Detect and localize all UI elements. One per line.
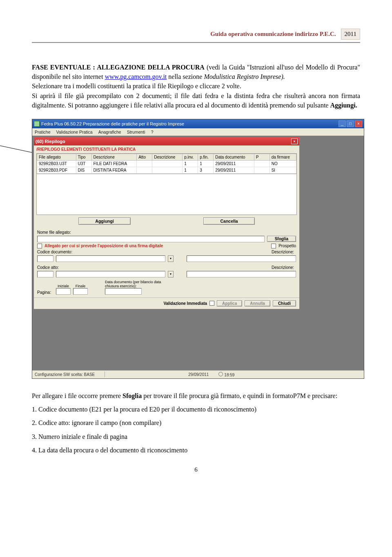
list-item-3: 3. Numero iniziale e finale di pagina	[32, 432, 360, 441]
codice-doc-input[interactable]	[37, 255, 53, 262]
descr-input[interactable]	[187, 255, 296, 262]
aggiungi-word: Aggiungi.	[330, 102, 357, 109]
codice-doc-label: Codice documento:	[37, 250, 73, 254]
finale-label: Finale	[76, 284, 86, 288]
table-empty-space	[36, 174, 297, 215]
cell	[137, 160, 152, 167]
col-atto[interactable]: Atto	[137, 154, 152, 160]
col-pfin[interactable]: p.fin.	[198, 154, 214, 160]
pagina-finale-input[interactable]	[73, 288, 88, 295]
page-number: 6	[32, 466, 360, 473]
cell: 1	[183, 160, 198, 167]
prospetto-label: Prospetto	[278, 244, 296, 248]
sfoglia-button[interactable]: Sfoglia	[267, 236, 296, 242]
codice-atto-input[interactable]	[37, 271, 53, 277]
cell	[152, 160, 183, 167]
list-item-1: 1. Codice documento (E21 per la procura …	[32, 405, 360, 414]
firma-checkbox[interactable]	[37, 244, 42, 248]
menubar: Pratiche Validazione Pratica Anagrafiche…	[32, 128, 364, 136]
link-pgcamcom[interactable]: www.pg.camcom.gov.it	[105, 73, 167, 80]
menu-anagrafiche[interactable]: Anagrafiche	[98, 130, 121, 134]
col-file[interactable]: File allegato	[37, 154, 76, 160]
app-icon	[34, 121, 40, 127]
nome-file-input[interactable]	[37, 236, 265, 242]
status-config: Configurazione SW scelta: BASE	[35, 372, 95, 377]
cell	[254, 167, 270, 173]
lead-text: FASE EVENTUALE : ALLEGAZIONE DELLA PROCU…	[32, 64, 205, 71]
page-header: Guida operativa comunicazione indirizzo …	[32, 29, 360, 43]
below-paragraphs: Per allegare i file occorre premere Sfog…	[32, 391, 360, 455]
col-data[interactable]: Data documento	[214, 154, 254, 160]
annulla-button[interactable]: Annulla	[245, 300, 270, 306]
menu-validazione[interactable]: Validazione Pratica	[56, 130, 93, 134]
riepilogo-window: (60) Riepilogo × /RIEPILOGO ELEMENTI COS…	[34, 137, 299, 309]
pagina-label: Pagina:	[37, 290, 53, 295]
table-row[interactable]: 929R2B03.U3T U3T FILE DATI FEDRA 1 1 29/…	[37, 160, 296, 167]
nome-file-label: Nome file allegato:	[37, 230, 73, 235]
codice-atto-descr-input[interactable]	[56, 271, 165, 277]
cell: U3T	[76, 160, 91, 167]
col-p[interactable]: P	[254, 154, 270, 160]
codice-doc-descr-input[interactable]	[56, 255, 165, 262]
codice-atto-label: Codice atto:	[37, 265, 73, 270]
inner-title: (60) Riepilogo	[36, 139, 65, 144]
menu-strumenti[interactable]: Strumenti	[127, 130, 145, 134]
descr2-label: Descrizione:	[272, 265, 296, 270]
aggiungi-button[interactable]: Aggiungi	[78, 217, 131, 225]
col-firm[interactable]: da firmare	[270, 154, 296, 160]
file-table: File allegato Tipo Descrizione Atto Desc…	[36, 153, 297, 174]
iniziale-label: Iniziale	[58, 284, 69, 288]
chiudi-button[interactable]: Chiudi	[273, 300, 296, 306]
cell: DISTINTA FEDRA	[91, 167, 137, 173]
section-label: /RIEPILOGO ELEMENTI COSTITUENTI LA PRATI…	[34, 145, 299, 153]
menu-pratiche[interactable]: Pratiche	[35, 130, 51, 134]
maximize-button[interactable]: □	[347, 121, 354, 127]
intro-rest: Selezionare tra i modelli costituenti la…	[32, 81, 360, 91]
firma-label: Allegato per cui si prevede l'apposizion…	[45, 244, 163, 248]
below-p1a: Per allegare i file occorre premere	[32, 392, 122, 399]
app-titlebar: Fedra Plus 06.50.22 Preparazione delle p…	[32, 119, 364, 128]
below-p1c: per trovare il file procura già firmato,…	[142, 392, 337, 399]
intro-paragraph: FASE EVENTUALE : ALLEGAZIONE DELLA PROCU…	[32, 63, 360, 110]
statusbar: Configurazione SW scelta: BASE 29/09/201…	[32, 370, 364, 378]
cell: 1	[183, 167, 198, 173]
cell: 3	[198, 167, 214, 173]
app-title: Fedra Plus 06.50.22 Preparazione delle p…	[41, 121, 184, 126]
cell	[152, 167, 183, 173]
descr2-input[interactable]	[187, 271, 296, 277]
col-descr[interactable]: Descrizione	[91, 154, 137, 160]
validazione-checkbox[interactable]	[209, 301, 214, 306]
col-pinv[interactable]: p.inv.	[183, 154, 198, 160]
col-tipo[interactable]: Tipo	[76, 154, 91, 160]
menu-help[interactable]: ?	[151, 130, 154, 134]
intro-p2a: Si aprirà il file già precompilato con 2…	[32, 92, 360, 109]
close-button[interactable]: ×	[355, 121, 362, 127]
list-item-2: 2. Codice atto: ignorare il campo (non c…	[32, 418, 360, 427]
validazione-label: Validazione Immediata	[163, 301, 207, 306]
cancella-button[interactable]: Cancella	[203, 217, 254, 225]
header-year: 2011	[341, 29, 360, 40]
dropdown-icon[interactable]: ▾	[168, 271, 174, 277]
minimize-button[interactable]: _	[339, 121, 346, 127]
prospetto-checkbox[interactable]	[271, 244, 276, 248]
intro-t2: nella sezione	[167, 73, 204, 80]
dropdown-icon[interactable]: ▾	[168, 255, 174, 262]
col-descr2[interactable]: Descrizione	[152, 154, 183, 160]
cell	[137, 167, 152, 173]
cell: 1	[198, 160, 214, 167]
cell: SI	[270, 167, 296, 173]
data-doc-input[interactable]	[105, 288, 142, 295]
cell	[254, 160, 270, 167]
status-date: 29/09/2011	[188, 372, 209, 377]
cell: 29/09/2011	[214, 167, 254, 173]
inner-close-button[interactable]: ×	[291, 139, 298, 144]
descr-label: Descrizione:	[272, 250, 296, 254]
clock-icon	[218, 372, 223, 376]
header-title: Guida operativa comunicazione indirizzo …	[210, 31, 336, 38]
table-row[interactable]: 929R2B03.PDF DIS DISTINTA FEDRA 1 3 29/0…	[37, 167, 296, 173]
applica-button[interactable]: Applica	[217, 300, 242, 306]
pagina-iniziale-input[interactable]	[56, 288, 71, 295]
cell: DIS	[76, 167, 91, 173]
status-time: 18:59	[224, 373, 234, 377]
data-doc-label: Data documento (per bilancio data chiusu…	[105, 280, 166, 288]
